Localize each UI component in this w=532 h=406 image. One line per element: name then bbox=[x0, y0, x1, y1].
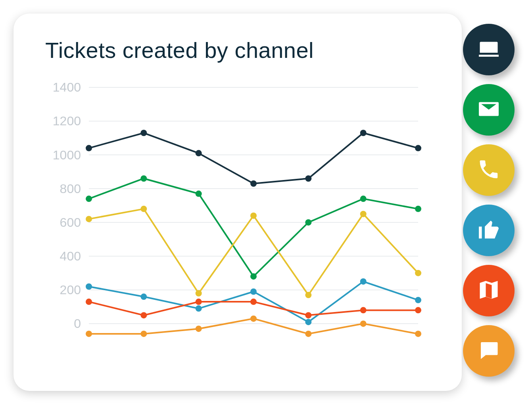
series-map bbox=[86, 299, 421, 318]
svg-point-22 bbox=[86, 216, 92, 222]
series-web bbox=[86, 130, 421, 187]
svg-point-13 bbox=[360, 130, 367, 136]
svg-point-14 bbox=[415, 145, 421, 151]
svg-point-45 bbox=[196, 326, 202, 332]
svg-point-27 bbox=[360, 211, 367, 217]
svg-point-31 bbox=[196, 305, 202, 312]
y-tick-label: 1200 bbox=[53, 114, 81, 128]
laptop-icon bbox=[477, 37, 501, 62]
svg-point-20 bbox=[360, 195, 367, 202]
legend-badge-web[interactable] bbox=[463, 24, 515, 75]
svg-point-15 bbox=[86, 195, 92, 202]
svg-point-39 bbox=[250, 299, 257, 305]
svg-point-34 bbox=[360, 278, 367, 285]
legend-badge-chat[interactable] bbox=[463, 325, 515, 377]
svg-point-36 bbox=[86, 299, 92, 305]
svg-point-21 bbox=[415, 206, 421, 212]
thumbs-up-icon bbox=[477, 218, 501, 243]
svg-point-23 bbox=[140, 206, 147, 212]
y-tick-label: 1000 bbox=[53, 148, 81, 162]
svg-point-42 bbox=[415, 307, 421, 313]
svg-point-16 bbox=[140, 175, 147, 182]
svg-point-9 bbox=[140, 130, 147, 136]
svg-point-49 bbox=[415, 331, 421, 337]
svg-point-28 bbox=[415, 270, 421, 276]
series-email bbox=[86, 175, 421, 280]
legend-badge-phone[interactable] bbox=[463, 144, 515, 196]
svg-point-30 bbox=[140, 293, 147, 300]
phone-icon bbox=[477, 157, 501, 183]
chart-title: Tickets created by channel bbox=[45, 37, 434, 63]
svg-point-12 bbox=[305, 175, 311, 182]
y-tick-label: 200 bbox=[60, 283, 81, 297]
y-tick-label: 600 bbox=[60, 215, 81, 230]
svg-point-24 bbox=[196, 290, 202, 297]
svg-point-40 bbox=[305, 312, 311, 318]
svg-point-32 bbox=[250, 289, 257, 295]
svg-point-48 bbox=[360, 320, 367, 327]
svg-point-25 bbox=[250, 213, 257, 219]
svg-point-44 bbox=[140, 331, 147, 337]
svg-point-43 bbox=[86, 331, 92, 337]
comment-icon bbox=[477, 338, 501, 364]
envelope-icon bbox=[477, 97, 501, 123]
svg-point-19 bbox=[305, 219, 311, 226]
svg-point-47 bbox=[305, 331, 311, 337]
legend-badge-map[interactable] bbox=[463, 265, 515, 316]
svg-point-35 bbox=[415, 297, 421, 303]
svg-point-18 bbox=[250, 273, 257, 280]
svg-point-46 bbox=[250, 316, 257, 322]
svg-point-29 bbox=[86, 283, 92, 290]
y-tick-label: 400 bbox=[60, 249, 81, 263]
chart-plot: 0200400600800100012001400 bbox=[45, 75, 426, 352]
legend-column bbox=[459, 24, 519, 377]
y-tick-label: 0 bbox=[74, 316, 81, 331]
svg-point-26 bbox=[305, 292, 311, 298]
chart-svg: 0200400600800100012001400 bbox=[45, 75, 426, 352]
svg-point-17 bbox=[196, 191, 202, 197]
svg-point-8 bbox=[86, 145, 92, 151]
legend-badge-social[interactable] bbox=[463, 205, 515, 256]
svg-point-38 bbox=[196, 299, 202, 305]
svg-point-11 bbox=[250, 180, 257, 187]
map-icon bbox=[477, 278, 501, 303]
svg-point-10 bbox=[196, 150, 202, 156]
series-chat bbox=[86, 316, 421, 337]
chart-card: Tickets created by channel 0200400600800… bbox=[13, 13, 462, 391]
y-tick-label: 1400 bbox=[53, 80, 81, 94]
legend-badge-email[interactable] bbox=[463, 84, 515, 136]
svg-point-37 bbox=[140, 312, 147, 318]
svg-point-33 bbox=[305, 319, 311, 325]
y-tick-label: 800 bbox=[60, 182, 81, 196]
svg-point-41 bbox=[360, 307, 367, 313]
